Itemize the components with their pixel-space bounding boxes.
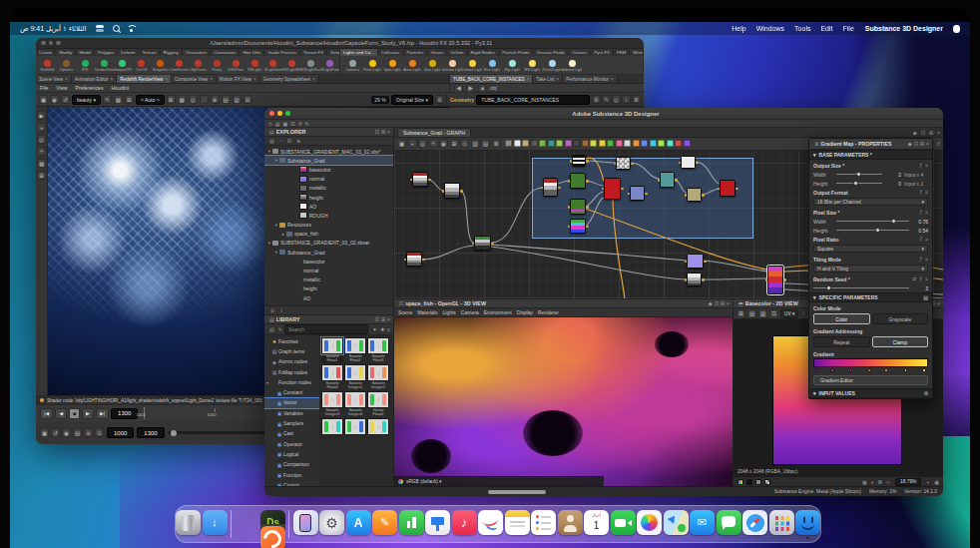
shelf-tab[interactable]: Modify bbox=[56, 49, 76, 56]
explorer-tree-item[interactable]: ▾ Substance_Grad bbox=[264, 156, 393, 165]
view3d-viewport[interactable]: sRGB (default) ▾ bbox=[394, 317, 733, 486]
function-icon[interactable]: ƒ bbox=[920, 190, 923, 195]
toolbar-icon[interactable]: ⊡ bbox=[290, 121, 294, 127]
panel-control-icon[interactable]: × bbox=[926, 141, 929, 147]
shelf-tab[interactable]: Viscous Fluids bbox=[534, 49, 569, 56]
tiling-mode-select[interactable]: H and V Tiling▾ bbox=[813, 265, 928, 273]
zoom-plus-button[interactable]: + bbox=[926, 479, 929, 485]
search-icon[interactable] bbox=[111, 24, 121, 33]
node-create-icon[interactable] bbox=[565, 140, 572, 147]
viewport-tool-icon[interactable]: ⌖ bbox=[37, 147, 46, 156]
section-icon[interactable]: ▤ bbox=[923, 294, 928, 300]
menu-bar-menu[interactable]: Edit bbox=[820, 25, 832, 32]
width-slider[interactable] bbox=[836, 174, 882, 175]
render-zoom-value[interactable]: 29 % bbox=[371, 96, 388, 104]
panel-control-icon[interactable]: × bbox=[727, 300, 730, 306]
playbar-icon[interactable]: ≋ bbox=[84, 428, 93, 437]
pane-tab[interactable]: Redshift RenderView× bbox=[117, 75, 172, 83]
library-category[interactable]: ▣ Comparison bbox=[264, 460, 319, 470]
toolbar-icon[interactable]: ↺ bbox=[298, 121, 302, 127]
playbar-icon[interactable]: ▣ bbox=[40, 428, 49, 437]
shelf-tool[interactable]: Area Light bbox=[402, 56, 422, 74]
graph-node[interactable] bbox=[681, 156, 696, 169]
dock-item-maps[interactable] bbox=[664, 508, 689, 540]
close-tab-icon[interactable]: × bbox=[611, 77, 614, 82]
background-black-icon[interactable] bbox=[746, 479, 752, 485]
pane-tab[interactable]: Scene View× bbox=[36, 75, 72, 83]
library-category[interactable]: ▦ FxMap nodes bbox=[264, 367, 319, 377]
close-tab-icon[interactable]: × bbox=[556, 77, 559, 82]
function-icon[interactable]: ƒ bbox=[920, 257, 923, 262]
shelf-tool[interactable]: Redshift bbox=[38, 56, 57, 74]
gradient-key-dot[interactable] bbox=[830, 368, 834, 372]
node-create-icon[interactable] bbox=[684, 140, 691, 147]
graph-node[interactable] bbox=[412, 172, 428, 187]
graph-node[interactable] bbox=[570, 219, 586, 234]
reset-icon[interactable]: ↺ bbox=[936, 141, 940, 147]
gear-icon[interactable]: ⚙ bbox=[435, 95, 444, 104]
dock-item-trash[interactable] bbox=[176, 508, 201, 540]
shelf-tool[interactable]: ViewportIPR bbox=[114, 56, 133, 74]
view3d-menu-item[interactable]: Materials bbox=[417, 309, 437, 315]
shelf-tab[interactable]: Rigid Bodies bbox=[468, 49, 500, 56]
node-create-icon[interactable] bbox=[573, 140, 580, 147]
zoom-button[interactable] bbox=[56, 41, 61, 46]
view3d-menu-item[interactable]: Display bbox=[517, 309, 533, 315]
shelf-tool[interactable]: ObjParms bbox=[189, 56, 208, 74]
library-category[interactable]: ▣ Vector bbox=[264, 398, 319, 408]
shelf-tool[interactable]: IES Light bbox=[522, 56, 542, 74]
gradient-key-dot[interactable] bbox=[904, 368, 908, 372]
node-create-icon[interactable] bbox=[522, 140, 529, 147]
shelf-tab[interactable]: Create bbox=[36, 49, 56, 56]
dock-item-music[interactable]: ♪ bbox=[452, 508, 477, 540]
explorer-tree-item[interactable]: basecolor bbox=[264, 257, 393, 266]
library-category[interactable]: ▣ Variables bbox=[264, 408, 319, 418]
panel-control-icon[interactable]: ◆ bbox=[913, 130, 917, 136]
gradient-key-dot[interactable] bbox=[867, 368, 871, 372]
shelf-tab[interactable]: Collisions bbox=[378, 49, 404, 56]
shelf-tab[interactable]: Lights and Ca... bbox=[340, 49, 378, 56]
viewport-tool-icon[interactable]: ⊞ bbox=[37, 171, 46, 180]
viewport-tool-icon[interactable]: + bbox=[37, 123, 46, 132]
toolbar-icon[interactable]: ◎ bbox=[612, 95, 621, 104]
graph-node[interactable] bbox=[406, 252, 422, 267]
transport-button[interactable]: ▶| bbox=[96, 408, 109, 419]
library-node-item[interactable]: ⋮ bbox=[344, 418, 366, 444]
shelf-tool[interactable]: IPR bbox=[76, 56, 95, 74]
explorer-toolbar-icon[interactable]: ⊕ bbox=[296, 138, 300, 144]
color-button[interactable]: Color bbox=[813, 313, 870, 324]
graph-node[interactable] bbox=[687, 273, 702, 286]
explorer-tree-item[interactable]: height bbox=[264, 193, 393, 202]
function-icon[interactable]: ƒ bbox=[920, 210, 923, 215]
node-create-icon[interactable] bbox=[514, 140, 521, 147]
close-button[interactable] bbox=[41, 41, 46, 46]
preset-icon[interactable]: ≡ bbox=[925, 257, 928, 262]
library-node-item[interactable]: ⋮ Swizzle Float3 bbox=[367, 337, 389, 363]
shelf-tab[interactable]: Texture bbox=[139, 49, 160, 56]
output-format-select[interactable]: 16 Bits per Channel▾ bbox=[813, 198, 928, 206]
view2d-bar-icon[interactable]: + bbox=[871, 479, 874, 485]
shelf-tab[interactable]: Deform bbox=[118, 49, 139, 56]
transport-button[interactable]: ■ bbox=[69, 408, 80, 419]
toolbar-icon[interactable]: ✎ bbox=[602, 95, 611, 104]
toolbar-icon[interactable]: ▦ bbox=[114, 95, 123, 104]
library-node-item[interactable]: ⋮ Swizzle Float4 bbox=[321, 364, 343, 390]
shelf-tab[interactable]: Wires bbox=[630, 49, 643, 56]
toolbar-icon[interactable]: ⊟ bbox=[244, 95, 252, 104]
filter-icon[interactable]: ≡ bbox=[387, 326, 390, 332]
close-tab-icon[interactable]: × bbox=[527, 77, 530, 82]
shelf-tool[interactable]: RenderView bbox=[95, 56, 114, 74]
panel-control-icon[interactable]: ⊞ bbox=[381, 129, 385, 135]
shelf-tab[interactable]: Vellum bbox=[447, 49, 467, 56]
explorer-tree-item[interactable]: ▾ SUBSTANCE_GRADIENT_03_02.sbsar bbox=[264, 239, 393, 248]
specific-parameters-section[interactable]: ▾SPECIFIC PARAMETERS▤ bbox=[809, 292, 932, 302]
dock-item-downloads[interactable]: ↓ bbox=[203, 508, 228, 540]
view3d-menu-item[interactable]: Renderer bbox=[538, 309, 559, 315]
dock-item-numbers[interactable] bbox=[399, 508, 424, 540]
dock-item[interactable] bbox=[287, 508, 291, 540]
library-category[interactable]: ◆ Atomic nodes bbox=[264, 357, 319, 367]
explorer-toolbar-icon[interactable]: ▤ bbox=[269, 138, 274, 144]
menu-bar-menu[interactable]: Tools bbox=[794, 25, 810, 32]
menu-bar-clock[interactable]: الثلاثاء ١ أبريل 9:41 ص bbox=[20, 25, 86, 33]
library-toolbar-icon[interactable]: ▤ bbox=[269, 326, 274, 332]
